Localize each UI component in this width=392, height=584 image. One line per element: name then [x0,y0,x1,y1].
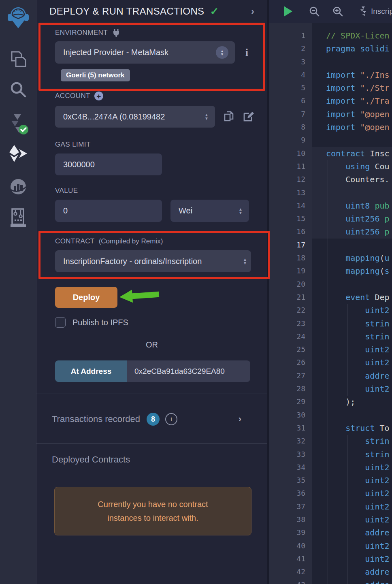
code-line[interactable] [312,278,392,291]
at-address-input[interactable]: 0x2eCBa91da63C29EA80 [127,360,250,382]
code-line[interactable]: using Cou [312,160,392,173]
line-number[interactable]: 8 [269,121,312,134]
code-line[interactable]: import "@open [312,108,392,121]
code-line[interactable]: uint2 [312,474,392,487]
line-number[interactable]: 31 [269,422,312,435]
chevron-right-icon[interactable]: › [251,6,261,17]
code-line[interactable]: addre [312,565,392,578]
solidity-compiler-icon[interactable] [0,113,36,135]
code-line[interactable]: Counters. [312,173,392,186]
line-number[interactable]: 27 [269,369,312,382]
line-number[interactable]: 23 [269,317,312,330]
code-line[interactable]: // SPDX-Licen [312,29,392,42]
contract-select[interactable]: InscriptionFactory - ordinals/Inscriptio… [55,250,251,272]
info-circle-icon[interactable]: i [165,413,177,425]
deploy-button[interactable]: Deploy [55,287,117,308]
line-number[interactable]: 7 [269,108,312,121]
line-number[interactable]: 5 [269,81,312,94]
line-number[interactable]: 10 [269,147,312,160]
line-number[interactable]: 17 [269,239,312,252]
expand-chevron-icon[interactable]: › [239,414,241,424]
code-line[interactable]: uint256 p [312,225,392,238]
zoom-in-icon[interactable] [332,6,343,17]
value-unit-select[interactable]: Wei ▲▼ [170,200,249,222]
remix-logo-icon[interactable] [0,5,36,32]
run-script-icon[interactable] [283,5,293,17]
plugin-manager-icon[interactable] [0,208,36,228]
line-number[interactable]: 14 [269,199,312,212]
line-number[interactable]: 39 [269,526,312,539]
code-line[interactable]: strin [312,330,392,343]
code-line[interactable]: addre [312,578,392,584]
line-number[interactable]: 24 [269,330,312,343]
code-line[interactable]: uint2 [312,513,392,526]
line-number[interactable]: 36 [269,487,312,500]
line-number[interactable]: 26 [269,356,312,369]
line-number[interactable]: 2 [269,42,312,55]
code-line[interactable]: uint8 pub [312,199,392,212]
code-area[interactable]: // SPDX-Licenpragma solidiimport "./Insi… [312,23,392,584]
code-line[interactable]: mapping(s [312,264,392,277]
account-select[interactable]: 0xC4B...2474A (0.08199482 ▲▼ [55,106,215,128]
line-number[interactable]: 40 [269,539,312,552]
code-line[interactable]: uint256 p [312,212,392,225]
line-number[interactable]: 1 [269,29,312,42]
line-number[interactable]: 28 [269,382,312,395]
code-line[interactable]: uint2 [312,356,392,369]
line-number[interactable]: 25 [269,343,312,356]
line-number[interactable]: 35 [269,474,312,487]
copy-icon[interactable] [224,111,234,122]
code-line[interactable]: mapping(u [312,252,392,264]
code-line[interactable]: uint2 [312,382,392,395]
code-line[interactable]: uint2 [312,343,392,356]
line-number[interactable]: 29 [269,395,312,408]
line-number[interactable]: 38 [269,513,312,526]
add-account-icon[interactable]: + [94,92,103,100]
line-number[interactable]: 32 [269,435,312,448]
zoom-out-icon[interactable] [309,6,320,17]
line-number[interactable]: 9 [269,134,312,147]
code-line[interactable] [312,134,392,147]
code-line[interactable]: strin [312,435,392,448]
code-line[interactable] [312,186,392,199]
line-number[interactable]: 11 [269,160,312,173]
code-line[interactable]: import "@open [312,121,392,134]
code-line[interactable]: strin [312,448,392,461]
chart-plugin-icon[interactable] [0,177,36,196]
line-number[interactable]: 20 [269,278,312,291]
code-line[interactable] [312,55,392,68]
code-editor[interactable]: 1234567891011121314151617181920212223242… [269,23,392,584]
line-number[interactable]: 37 [269,500,312,513]
line-number[interactable]: 21 [269,291,312,304]
value-input[interactable]: 0 [55,200,162,222]
code-line[interactable]: pragma solidi [312,42,392,55]
code-line[interactable]: uint2 [312,552,392,565]
line-number[interactable]: 15 [269,212,312,225]
code-line[interactable]: uint2 [312,461,392,474]
line-number[interactable]: 12 [269,173,312,186]
line-number[interactable]: 34 [269,461,312,474]
code-line[interactable]: contract Insc [312,147,392,160]
deploy-run-icon[interactable] [0,144,36,163]
environment-info-icon[interactable]: i [245,47,248,58]
code-line[interactable]: strin [312,317,392,330]
line-number[interactable]: 3 [269,55,312,68]
line-number[interactable]: 16 [269,225,312,238]
environment-select[interactable]: Injected Provider - MetaMask ▲▼ [55,41,235,64]
line-number[interactable]: 41 [269,552,312,565]
editor-tab-label[interactable]: Inscrip [371,7,392,16]
line-number[interactable]: 22 [269,304,312,317]
code-line[interactable]: import "./Str [312,81,392,94]
gas-limit-input[interactable]: 3000000 [55,153,162,175]
line-number[interactable]: 19 [269,264,312,277]
line-number[interactable]: 6 [269,94,312,107]
line-number[interactable]: 13 [269,186,312,199]
code-line[interactable]: event Dep [312,291,392,304]
code-line[interactable] [312,239,392,252]
search-icon[interactable] [0,80,36,99]
code-line[interactable]: uint2 [312,500,392,513]
line-number[interactable]: 43 [269,578,312,584]
code-line[interactable]: addre [312,369,392,382]
code-line[interactable] [312,409,392,422]
code-line[interactable]: struct To [312,422,392,435]
